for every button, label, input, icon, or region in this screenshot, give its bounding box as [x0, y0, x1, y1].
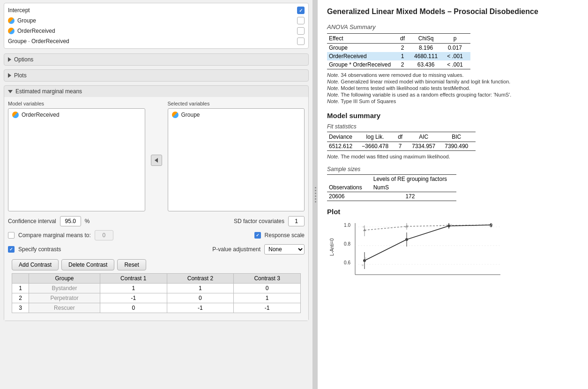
- row1-num: 1: [12, 284, 29, 293]
- ci-label: Confidence interval: [8, 218, 56, 224]
- svg-point-34: [405, 226, 407, 228]
- var-icon-orderreceived: [8, 28, 15, 34]
- contrast-row-2: 2 Perpetrator -1 0 1: [12, 293, 301, 303]
- move-left-button[interactable]: [151, 155, 162, 166]
- fit-table: Deviance log Lik. df AIC BIC 6512.612 −3…: [327, 132, 476, 151]
- delete-contrast-button[interactable]: Delete Contrast: [61, 259, 114, 270]
- anova-col-p: p: [445, 34, 470, 44]
- model-vars-listbox[interactable]: OrderReceived: [8, 108, 145, 211]
- svg-point-35: [407, 225, 409, 227]
- anova-table: Effect df ChiSq p Groupe 2 8.196 0.017 O…: [327, 33, 470, 69]
- fixed-vars-box: Intercept Groupe OrderReceived Groupe · …: [4, 3, 309, 49]
- var-label-orderreceived: OrderReceived: [17, 28, 294, 34]
- row2-c2[interactable]: 0: [167, 293, 234, 303]
- col-header-c2: Contrast 2: [167, 274, 234, 284]
- row2-c3[interactable]: 1: [234, 293, 301, 303]
- note-3: Note. Model terms tested with likelihood…: [327, 85, 579, 91]
- svg-line-14: [449, 225, 491, 226]
- anova-int-chisq: 63.436: [412, 60, 445, 69]
- anova-groupe-p: 0.017: [445, 44, 470, 52]
- var-checkbox-orderreceived[interactable]: [297, 27, 305, 35]
- arrow-col: [149, 101, 164, 211]
- output-title: Generalized Linear Mixed Models – Prosoc…: [327, 7, 579, 16]
- var-row-intercept: Intercept: [4, 5, 308, 15]
- plots-header[interactable]: Plots: [4, 70, 308, 81]
- fit-col-df: df: [396, 132, 410, 142]
- anova-or-effect: OrderReceived: [327, 52, 398, 60]
- selected-vars-label: Selected variables: [168, 101, 305, 106]
- anova-groupe-df: 2: [398, 44, 412, 52]
- note-2: Note. Generalized linear mixed model wit…: [327, 79, 579, 84]
- anova-row-orderreceived: OrderReceived 1 4680.111 < .001: [327, 52, 470, 60]
- model-var-icon: [12, 112, 19, 118]
- compare-input: [95, 230, 113, 240]
- anova-row-groupe: Groupe 2 8.196 0.017: [327, 44, 470, 52]
- svg-point-37: [450, 224, 452, 226]
- sep-dot-5: [315, 198, 316, 200]
- model-summary-title: Model summary: [327, 112, 579, 120]
- row3-c1[interactable]: 0: [100, 303, 167, 313]
- ci-input[interactable]: [60, 216, 81, 226]
- col-header-groupe: Groupe: [29, 274, 100, 284]
- options-header[interactable]: Options: [4, 54, 308, 65]
- var-row-interaction: Groupe · OrderReceived: [4, 36, 308, 46]
- row2-num: 2: [12, 293, 29, 303]
- fit-col-bic: BIC: [443, 132, 476, 142]
- svg-text:1.0: 1.0: [344, 223, 350, 228]
- sep-dot-1: [315, 187, 316, 188]
- compare-checkbox[interactable]: [8, 232, 15, 239]
- anova-section-title: ANOVA Summary: [327, 23, 579, 30]
- emm-expand-icon: [8, 90, 13, 93]
- ci-row: Confidence interval % SD factor covariat…: [8, 214, 305, 228]
- fit-aic: 7334.957: [410, 142, 443, 151]
- note-1: Note. 34 observations were removed due t…: [327, 72, 579, 78]
- row3-c2[interactable]: -1: [167, 303, 234, 313]
- row2-c1[interactable]: -1: [100, 293, 167, 303]
- anova-col-df: df: [398, 34, 412, 44]
- selected-vars-listbox[interactable]: Groupe: [168, 108, 305, 211]
- row1-c3[interactable]: 0: [234, 284, 301, 293]
- add-contrast-button[interactable]: Add Contrast: [12, 259, 59, 270]
- svg-line-12: [365, 239, 407, 261]
- sample-col-nums: NumS: [372, 183, 456, 192]
- var-checkbox-groupe[interactable]: [297, 17, 305, 24]
- emm-header[interactable]: Estimated marginal means: [4, 86, 308, 97]
- sep-dot-3: [315, 193, 316, 194]
- specify-checkbox[interactable]: [8, 246, 15, 253]
- pval-select[interactable]: None Bonferroni Holm FDR: [264, 244, 305, 254]
- sep-dot-4: [315, 195, 316, 197]
- fit-deviance: 6512.612: [327, 142, 360, 151]
- response-checkbox[interactable]: [254, 232, 261, 239]
- var-checkbox-intercept[interactable]: [297, 7, 305, 14]
- svg-text:0.8: 0.8: [344, 241, 350, 247]
- fit-bic: 7390.490: [443, 142, 476, 151]
- specify-row: Specify contrasts P-value adjustment Non…: [8, 242, 305, 256]
- specify-label: Specify contrasts: [18, 246, 61, 253]
- var-checkbox-interaction[interactable]: [297, 37, 305, 45]
- row3-c3[interactable]: -1: [234, 303, 301, 313]
- anova-col-chisq: ChiSq: [412, 34, 445, 44]
- var-label-intercept: Intercept: [8, 7, 294, 14]
- row1-c1[interactable]: 1: [100, 284, 167, 293]
- row1-c2[interactable]: 1: [167, 284, 234, 293]
- percent-label: %: [85, 218, 90, 224]
- emm-label: Estimated marginal means: [15, 88, 82, 95]
- contrast-row-3: 3 Rescuer 0 -1 -1: [12, 303, 301, 313]
- col-header-c3: Contrast 3: [234, 274, 301, 284]
- sample-obs: 20606: [327, 192, 372, 201]
- emm-content: Model variables OrderReceived Selected v…: [4, 97, 308, 321]
- sample-sizes-label: Sample sizes: [327, 166, 579, 172]
- sd-input[interactable]: [288, 216, 305, 226]
- model-vars-label: Model variables: [8, 101, 145, 106]
- svg-point-36: [446, 224, 447, 226]
- plots-section: Plots: [4, 69, 309, 82]
- svg-point-26: [405, 238, 408, 241]
- pval-label: P-value adjustment: [212, 246, 261, 253]
- contrast-row-1: 1 Bystander 1 1 0: [12, 284, 301, 293]
- anova-groupe-chisq: 8.196: [412, 44, 445, 52]
- anova-or-df: 1: [398, 52, 412, 60]
- svg-text:L-Anti=0: L-Anti=0: [329, 238, 335, 256]
- note-4: Note. The following variable is used as …: [327, 92, 579, 97]
- options-section: Options: [4, 53, 309, 66]
- reset-button[interactable]: Reset: [117, 259, 146, 270]
